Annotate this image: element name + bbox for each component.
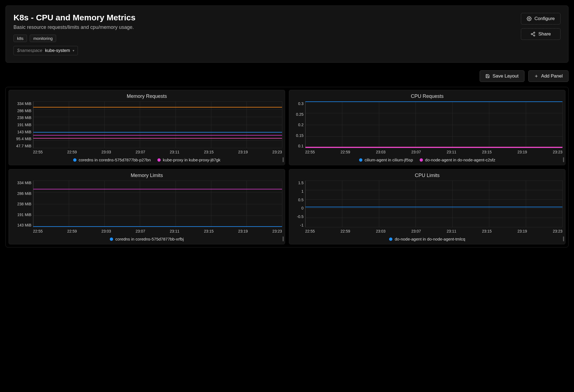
y-tick: 1.5 (298, 181, 304, 185)
chart-plot-area (33, 181, 282, 227)
x-tick: 23:03 (102, 229, 111, 233)
series-line (33, 107, 282, 107)
legend-dot-icon (73, 158, 76, 162)
dashboard-body: Memory Requests 334 MiB 286 MiB 238 MiB … (6, 87, 568, 247)
share-button[interactable]: Share (521, 28, 561, 40)
legend-scroll-indicator[interactable] (283, 157, 284, 162)
panel-memory-limits[interactable]: Memory Limits 334 MiB 286 MiB 238 MiB 19… (9, 169, 285, 244)
panel-cpu-limits[interactable]: CPU Limits 1.5 1 0.5 0 -0.5 -1 22:5522:5… (289, 169, 565, 244)
panel-title: Memory Limits (12, 173, 282, 178)
legend-label: do-node-agent in do-node-agent-tmlcq (395, 237, 465, 241)
page-title: K8s - CPU and Memory Metrics (13, 13, 521, 22)
x-tick: 23:11 (170, 229, 179, 233)
legend-item[interactable]: coredns in coredns-575d7877bb-p27bn (73, 158, 151, 162)
y-tick: 0.2 (298, 123, 304, 127)
x-tick: 23:07 (136, 150, 145, 154)
x-tick: 23:11 (447, 229, 456, 233)
series-line (305, 147, 562, 148)
tags-row: k8s monitoring (13, 35, 521, 42)
y-tick: 95.4 MiB (16, 137, 31, 141)
y-tick: 1 (301, 189, 304, 194)
svg-point-0 (529, 18, 530, 20)
legend-item[interactable]: cilium-agent in cilium-jf5sp (359, 158, 413, 162)
x-tick: 22:59 (341, 229, 350, 233)
y-tick: -1 (300, 223, 304, 227)
y-tick: 47.7 MiB (16, 144, 31, 148)
add-panel-label: Add Panel (541, 73, 563, 79)
y-tick: 143 MiB (17, 130, 31, 134)
x-tick: 23:23 (553, 229, 562, 233)
series-line (305, 147, 562, 147)
add-panel-button[interactable]: Add Panel (528, 70, 568, 82)
x-tick: 23:07 (411, 229, 421, 233)
x-tick: 23:03 (376, 229, 386, 233)
x-tick: 22:59 (67, 150, 77, 154)
y-tick: 191 MiB (17, 123, 31, 127)
y-tick: 238 MiB (17, 115, 31, 120)
svg-point-3 (534, 35, 535, 36)
x-tick: 23:15 (204, 229, 214, 233)
y-axis: 0.3 0.25 0.2 0.15 0.1 (292, 101, 305, 148)
panel-memory-requests[interactable]: Memory Requests 334 MiB 286 MiB 238 MiB … (9, 90, 285, 165)
chart-legend: coredns in coredns-575d7877bb-p27bn kube… (12, 158, 282, 162)
legend-item[interactable]: kube-proxy in kube-proxy-j87gk (157, 158, 220, 162)
legend-item[interactable]: do-node-agent in do-node-agent-c2sfz (420, 158, 495, 162)
series-line (33, 135, 282, 136)
legend-label: cilium-agent in cilium-jf5sp (365, 158, 413, 162)
tag-k8s[interactable]: k8s (13, 35, 27, 42)
chart-legend: cilium-agent in cilium-jf5sp do-node-age… (292, 158, 562, 162)
x-tick: 23:19 (238, 150, 248, 154)
x-tick: 23:19 (517, 229, 527, 233)
legend-scroll-indicator[interactable] (283, 236, 284, 241)
y-tick: 334 MiB (17, 181, 31, 185)
legend-dot-icon (420, 158, 423, 162)
series-line (305, 207, 562, 207)
save-icon (485, 74, 490, 78)
legend-item[interactable]: do-node-agent in do-node-agent-tmlcq (389, 237, 465, 241)
plus-icon (534, 74, 539, 78)
legend-item[interactable]: coredns in coredns-575d7877bb-xrfbj (110, 237, 184, 241)
svg-line-4 (532, 34, 534, 35)
y-tick: 334 MiB (17, 101, 31, 106)
svg-point-2 (531, 34, 533, 35)
x-tick: 22:55 (305, 150, 315, 154)
x-tick: 22:59 (341, 150, 350, 154)
x-tick: 22:55 (33, 229, 43, 233)
y-axis: 1.5 1 0.5 0 -0.5 -1 (292, 181, 305, 227)
legend-scroll-indicator[interactable] (563, 157, 564, 162)
x-tick: 23:07 (411, 150, 421, 154)
save-layout-label: Save Layout (493, 73, 519, 79)
x-tick: 22:59 (67, 229, 77, 233)
y-tick: 286 MiB (17, 109, 31, 113)
y-tick: 0.25 (296, 112, 304, 117)
share-icon (531, 32, 535, 37)
tag-monitoring[interactable]: monitoring (30, 35, 56, 42)
chart-legend: coredns in coredns-575d7877bb-xrfbj (12, 237, 282, 241)
page-subtitle: Basic resource requests/limits and cpu/m… (13, 24, 521, 30)
series-line (33, 132, 282, 132)
action-bar: Save Layout Add Panel (6, 70, 568, 82)
legend-dot-icon (157, 158, 161, 162)
y-axis: 334 MiB 286 MiB 238 MiB 191 MiB 143 MiB (12, 181, 33, 227)
configure-button[interactable]: Configure (521, 13, 561, 24)
x-axis: 22:5522:5923:0323:0723:1123:1523:1923:23 (305, 148, 562, 154)
x-axis: 22:5522:5923:0323:0723:1123:1523:1923:23 (305, 227, 562, 233)
legend-scroll-indicator[interactable] (563, 236, 564, 241)
svg-point-1 (534, 32, 535, 34)
legend-dot-icon (389, 238, 392, 241)
configure-label: Configure (534, 16, 555, 21)
y-axis: 334 MiB 286 MiB 238 MiB 191 MiB 143 MiB … (12, 101, 33, 148)
svg-line-5 (532, 33, 534, 34)
x-tick: 23:19 (238, 229, 248, 233)
series-line (33, 138, 282, 139)
save-layout-button[interactable]: Save Layout (480, 70, 524, 82)
gear-icon (527, 16, 532, 21)
x-tick: 23:15 (204, 150, 214, 154)
legend-dot-icon (110, 238, 113, 241)
variable-namespace-picker[interactable]: $namespace kube-system ▾ (13, 46, 78, 55)
y-tick: 0 (301, 206, 304, 210)
variable-name: $namespace (17, 48, 42, 53)
panel-cpu-requests[interactable]: CPU Requests 0.3 0.25 0.2 0.15 0.1 22:55… (289, 90, 565, 165)
panel-title: CPU Limits (292, 173, 562, 178)
series-line (33, 189, 282, 189)
